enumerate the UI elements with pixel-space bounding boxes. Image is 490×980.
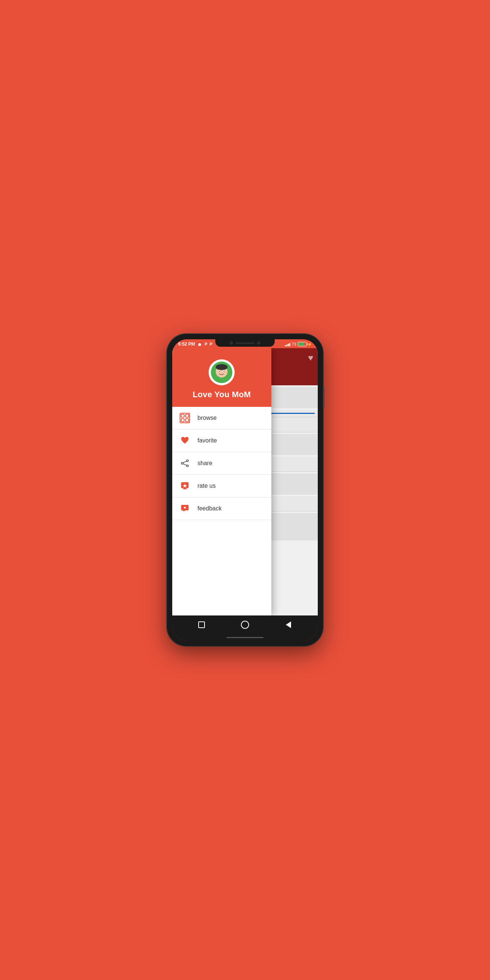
svg-point-11 <box>187 460 189 462</box>
svg-line-14 <box>183 461 186 463</box>
svg-rect-21 <box>184 508 186 508</box>
feedback-icon <box>180 503 190 514</box>
avatar <box>208 360 235 385</box>
parking-icon-1: P <box>205 342 207 346</box>
signal-bar-2 <box>286 345 287 346</box>
phone-screen: 6:52 PM ⏰ P P 73 <box>172 339 318 641</box>
header-heart-icon[interactable]: ♥ <box>308 353 313 363</box>
svg-point-12 <box>187 465 189 467</box>
home-button[interactable] <box>239 619 251 630</box>
rate-icon-svg <box>181 482 189 490</box>
svg-point-2 <box>216 364 228 370</box>
svg-point-6 <box>224 371 224 372</box>
drawer-menu: browse favorite <box>172 407 271 616</box>
svg-line-15 <box>183 464 186 466</box>
app-screen: 6:52 PM ⏰ P P 73 <box>172 339 318 641</box>
feedback-icon-svg <box>181 504 189 513</box>
menu-item-rate-us[interactable]: rate us <box>172 475 271 498</box>
back-button[interactable] <box>283 619 294 630</box>
alarm-icon: ⏰ <box>197 342 202 347</box>
svg-rect-10 <box>186 419 189 422</box>
home-icon <box>241 620 249 629</box>
svg-point-5 <box>220 371 220 372</box>
signal-bars <box>285 342 290 346</box>
battery-icon <box>298 342 307 346</box>
favorite-icon <box>180 436 190 446</box>
rate-us-label: rate us <box>197 482 216 489</box>
gesture-bar-area <box>172 634 318 641</box>
recent-apps-button[interactable] <box>196 619 207 630</box>
back-icon <box>286 621 291 628</box>
menu-item-feedback[interactable]: feedback <box>172 498 271 520</box>
status-right: 73 ⚡ <box>285 342 312 346</box>
battery-fill <box>299 343 304 345</box>
bottom-nav <box>172 616 318 634</box>
share-icon <box>180 458 190 468</box>
signal-bar-1 <box>285 345 286 346</box>
share-icon-svg <box>181 460 189 467</box>
heart-filled-icon-svg <box>181 437 189 444</box>
nav-drawer: Love You MoM <box>172 348 271 616</box>
favorite-label: favorite <box>197 437 217 444</box>
menu-item-favorite[interactable]: favorite <box>172 430 271 452</box>
svg-rect-8 <box>186 414 189 417</box>
avatar-svg <box>210 361 233 383</box>
signal-bar-3 <box>288 344 289 346</box>
browse-icon <box>180 413 190 423</box>
svg-rect-7 <box>181 414 184 417</box>
charging-icon: ⚡ <box>307 342 312 346</box>
svg-rect-9 <box>181 419 184 422</box>
battery-percent: 73 <box>292 342 296 346</box>
notch <box>215 339 275 347</box>
menu-item-browse[interactable]: browse <box>172 407 271 430</box>
svg-rect-20 <box>184 507 186 508</box>
drawer-header: Love You MoM <box>172 348 271 407</box>
battery-container: ⚡ <box>298 342 312 346</box>
browse-label: browse <box>197 415 217 421</box>
phone-device: 6:52 PM ⏰ P P 73 <box>167 334 323 646</box>
drawer-app-title: Love You MoM <box>192 390 251 399</box>
app-content: ♥ ys stand byices. ♡ a little girla. You <box>172 348 318 616</box>
status-left: 6:52 PM ⏰ P P <box>178 342 212 347</box>
rate-icon <box>180 481 190 491</box>
share-label: share <box>197 460 212 467</box>
speaker <box>236 342 254 344</box>
camera <box>230 342 233 345</box>
svg-point-13 <box>181 463 183 465</box>
camera-2 <box>257 342 260 345</box>
signal-bar-4 <box>289 343 290 346</box>
status-time: 6:52 PM <box>178 342 195 347</box>
feedback-label: feedback <box>197 505 222 512</box>
menu-item-share[interactable]: share <box>172 452 271 475</box>
parking-icon-2: P <box>210 342 212 346</box>
gesture-bar <box>226 637 264 638</box>
grid-icon-svg <box>181 414 189 422</box>
recent-apps-icon <box>198 621 205 628</box>
